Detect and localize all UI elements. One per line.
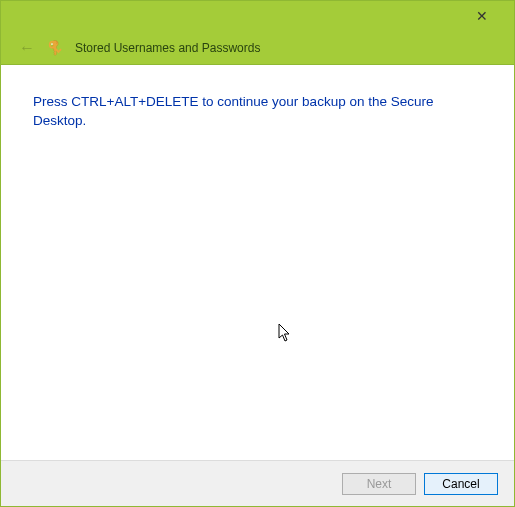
cancel-button[interactable]: Cancel bbox=[424, 473, 498, 495]
dialog-window: ✕ ← Stored Usernames and Passwords Press… bbox=[0, 0, 515, 507]
instruction-message: Press CTRL+ALT+DELETE to continue your b… bbox=[33, 93, 482, 131]
header-bar: ← Stored Usernames and Passwords bbox=[1, 31, 514, 65]
back-button: ← bbox=[17, 39, 37, 57]
close-button[interactable]: ✕ bbox=[462, 2, 502, 30]
back-arrow-icon: ← bbox=[19, 39, 35, 57]
close-icon: ✕ bbox=[476, 8, 488, 24]
svg-point-1 bbox=[51, 43, 53, 45]
content-area: Press CTRL+ALT+DELETE to continue your b… bbox=[1, 65, 514, 460]
button-bar: Next Cancel bbox=[1, 460, 514, 506]
titlebar: ✕ bbox=[1, 1, 514, 31]
next-button: Next bbox=[342, 473, 416, 495]
key-icon bbox=[47, 39, 65, 57]
dialog-title: Stored Usernames and Passwords bbox=[75, 41, 260, 55]
